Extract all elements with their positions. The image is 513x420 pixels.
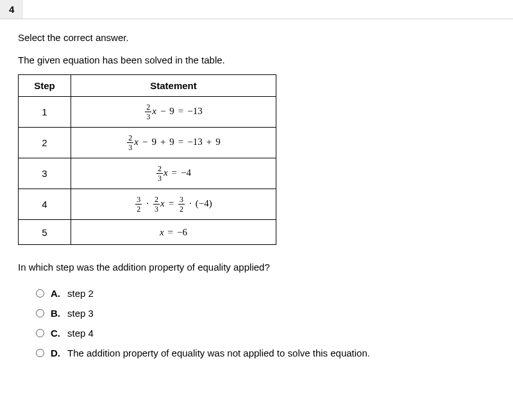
instruction-text: Select the correct answer.: [18, 32, 495, 43]
table-row: 5 x=−6: [19, 220, 276, 245]
radio-icon[interactable]: [36, 329, 44, 337]
cell-statement: 23x=−4: [71, 158, 276, 189]
table-row: 3 23x=−4: [19, 158, 276, 189]
prompt-text: The given equation has been solved in th…: [18, 55, 495, 65]
question-number: 4: [0, 0, 23, 19]
option-letter: D.: [51, 348, 67, 358]
cell-step: 3: [19, 158, 71, 189]
option-d[interactable]: D. The addition property of equality was…: [36, 348, 495, 358]
table-row: 2 23x−9+9=−13+9: [19, 128, 276, 158]
option-letter: B.: [51, 308, 67, 319]
option-letter: C.: [51, 328, 67, 339]
option-letter: A.: [51, 288, 67, 299]
table-row: 4 32·23x=32·(−4): [19, 189, 276, 220]
solution-table: Step Statement 1 23x−9=−13 2 23x−9+9=−13…: [18, 74, 276, 245]
cell-statement: 32·23x=32·(−4): [71, 189, 276, 220]
cell-step: 2: [19, 128, 71, 158]
cell-statement: 23x−9=−13: [71, 97, 276, 128]
header-step: Step: [19, 75, 71, 97]
cell-statement: x=−6: [71, 220, 276, 245]
option-c[interactable]: C. step 4: [36, 328, 495, 339]
cell-statement: 23x−9+9=−13+9: [71, 128, 276, 158]
option-text: The addition property of equality was no…: [67, 348, 495, 358]
option-text: step 4: [67, 328, 495, 339]
radio-icon[interactable]: [36, 289, 44, 298]
option-text: step 3: [67, 308, 495, 319]
answer-options: A. step 2 B. step 3 C. step 4 D. The add…: [18, 288, 495, 358]
header-statement: Statement: [71, 75, 276, 97]
question-content: Select the correct answer. The given equ…: [0, 32, 513, 358]
cell-step: 5: [19, 220, 71, 245]
cell-step: 1: [19, 97, 71, 128]
option-text: step 2: [67, 288, 495, 299]
option-a[interactable]: A. step 2: [36, 288, 495, 299]
radio-icon[interactable]: [36, 349, 44, 357]
question-text: In which step was the addition property …: [18, 262, 495, 273]
option-b[interactable]: B. step 3: [36, 308, 495, 319]
cell-step: 4: [19, 189, 71, 220]
radio-icon[interactable]: [36, 309, 44, 317]
table-row: 1 23x−9=−13: [19, 97, 276, 128]
table-header-row: Step Statement: [19, 75, 276, 97]
